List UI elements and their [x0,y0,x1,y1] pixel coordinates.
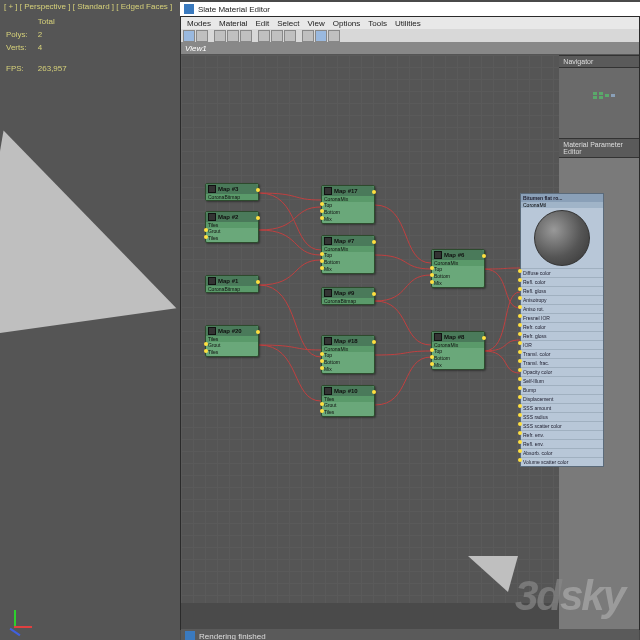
viewport-label[interactable]: [ + ] [ Perspective ] [ Standard ] [ Edg… [4,2,172,11]
viewport-mesh [0,103,202,338]
material-slot[interactable]: Volume scatter color [521,457,603,466]
editor-title: Slate Material Editor [198,5,270,14]
tool-layall[interactable] [315,30,327,42]
menu-material[interactable]: Material [219,19,247,28]
map-node[interactable]: Map #17CoronaMixTopBottomMix [321,185,375,224]
material-slot[interactable]: SSS amount [521,403,603,412]
material-slot[interactable]: SSS radius [521,412,603,421]
material-slot[interactable]: Bump [521,385,603,394]
map-node[interactable]: Map #20TilesGroutTiles [205,325,259,357]
status-bar: Rendering finished [181,629,639,640]
map-node[interactable]: Map #6CoronaMixTopBottomMix [431,249,485,288]
tool-show[interactable] [258,30,270,42]
material-node[interactable]: Bitumen flat ro... CoronaMtl Diffuse col… [520,193,604,467]
menu-view[interactable]: View [308,19,325,28]
material-slot[interactable]: Refl. color [521,277,603,286]
material-slot[interactable]: Fresnel IOR [521,313,603,322]
material-slot[interactable]: Transl. color [521,349,603,358]
material-slot[interactable]: Opacity color [521,367,603,376]
material-slot[interactable]: Refr. env. [521,430,603,439]
tool-select[interactable] [183,30,195,42]
material-slot[interactable]: Displacement [521,394,603,403]
material-slot[interactable]: Transl. frac. [521,358,603,367]
map-node[interactable]: Map #7CoronaMixTopBottomMix [321,235,375,274]
menu-tools[interactable]: Tools [368,19,387,28]
toolbar [181,29,639,43]
menu-select[interactable]: Select [277,19,299,28]
material-slot[interactable]: Refl. env. [521,439,603,448]
axis-gizmo[interactable] [8,604,36,632]
map-node[interactable]: Map #2TilesGroutTiles [205,211,259,243]
menu-bar: Modes Material Edit Select View Options … [181,17,639,29]
material-slot[interactable]: Refr. color [521,322,603,331]
map-node[interactable]: Map #10TilesGroutTiles [321,385,375,417]
navigator-header: Navigator [559,55,639,68]
map-node[interactable]: Map #8CoronaMixTopBottomMix [431,331,485,370]
menu-options[interactable]: Options [333,19,361,28]
tool-move[interactable] [240,30,252,42]
material-slot[interactable]: Diffuse color [521,268,603,277]
material-type: CoronaMtl [521,202,603,208]
material-slot[interactable]: Refr. gloss [521,331,603,340]
menu-modes[interactable]: Modes [187,19,211,28]
tool-layout[interactable] [302,30,314,42]
editor-titlebar: Slate Material Editor [180,2,640,16]
watermark-tri [468,556,518,592]
param-editor-header: Material Parameter Editor [559,138,639,158]
map-node[interactable]: Map #18CoronaMixTopBottomMix [321,335,375,374]
node-graph[interactable]: Map #3CoronaBitmapMap #2TilesGroutTilesM… [181,55,559,603]
navigator-view[interactable] [559,68,639,138]
menu-edit[interactable]: Edit [255,19,269,28]
material-slot[interactable]: Aniso rot. [521,304,603,313]
tool-delete[interactable] [227,30,239,42]
map-node[interactable]: Map #9CoronaBitmap [321,287,375,305]
tool-background[interactable] [271,30,283,42]
material-slot[interactable]: Self-Illum [521,376,603,385]
material-slot[interactable]: SSS scatter color [521,421,603,430]
menu-utilities[interactable]: Utilities [395,19,421,28]
tool-assign[interactable] [214,30,226,42]
material-slot[interactable]: IOR [521,340,603,349]
map-node[interactable]: Map #3CoronaBitmap [205,183,259,201]
tool-pick[interactable] [196,30,208,42]
material-preview [534,210,590,266]
viewport-panel: [ + ] [ Perspective ] [ Standard ] [ Edg… [0,0,180,640]
map-node[interactable]: Map #1CoronaBitmap [205,275,259,293]
tool-children[interactable] [328,30,340,42]
tool-backlight[interactable] [284,30,296,42]
view-tab[interactable]: View1 [181,43,639,55]
material-title: Bitumen flat ro... [521,194,603,202]
editor-icon [184,4,194,14]
status-text: Rendering finished [199,632,266,641]
material-slot[interactable]: Absorb. color [521,448,603,457]
scene-stats: Total Polys:2 Verts:4 FPS:263,957 [4,14,77,76]
material-slot[interactable]: Anisotropy [521,295,603,304]
status-icon [185,631,195,640]
slate-material-editor: Modes Material Edit Select View Options … [180,16,640,630]
material-slot[interactable]: Refl. gloss [521,286,603,295]
watermark: 3dsky [515,572,624,620]
